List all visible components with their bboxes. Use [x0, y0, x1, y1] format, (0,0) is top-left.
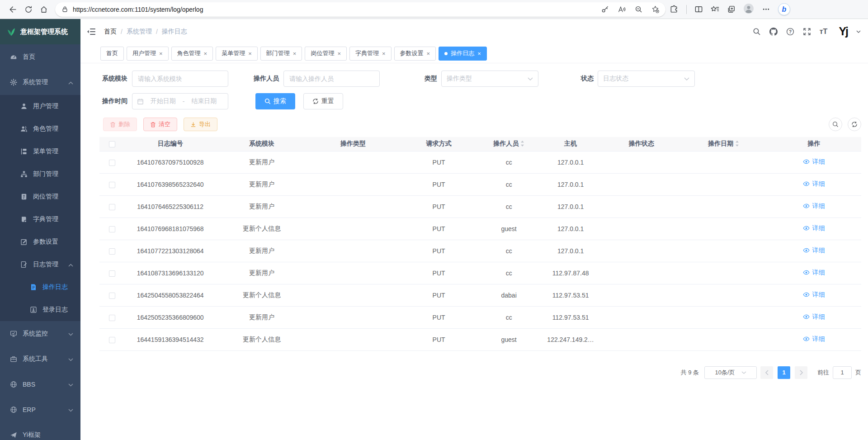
page-size-select[interactable]: 10条/页 [704, 366, 757, 379]
status-select[interactable]: 日志状态 [598, 71, 695, 87]
type-select[interactable]: 操作类型 [441, 71, 538, 87]
sort-icon[interactable] [735, 141, 739, 147]
collections-icon[interactable] [727, 5, 736, 14]
refresh-button[interactable] [21, 2, 36, 17]
tab-dict-mgmt[interactable]: 字典管理× [349, 47, 392, 61]
favorites-icon[interactable] [711, 5, 719, 14]
cell-oper-date [681, 284, 767, 306]
table-refresh-button[interactable] [848, 118, 861, 131]
header-operator[interactable]: 操作人员 [479, 137, 539, 151]
select-all-checkbox[interactable] [109, 141, 115, 147]
sidebar-item-oper-log[interactable]: 操作日志 [0, 276, 80, 298]
zoom-out-icon[interactable] [635, 5, 642, 13]
sidebar-item-home[interactable]: 首页 [0, 44, 80, 70]
detail-link[interactable]: 详细 [803, 180, 825, 188]
clear-button[interactable]: 清空 [143, 118, 177, 131]
tab-param-settings[interactable]: 参数设置× [394, 47, 436, 61]
sidebar-item-dept-mgmt[interactable]: 部门管理 [0, 163, 80, 185]
more-ellipsis-icon[interactable] [762, 5, 770, 14]
detail-link[interactable]: 详细 [803, 224, 825, 232]
sidebar-item-bbs[interactable]: BBS [0, 372, 80, 397]
back-button[interactable] [5, 2, 21, 17]
sidebar-item-system-tools[interactable]: 系统工具 [0, 346, 80, 372]
row-checkbox[interactable] [109, 270, 115, 277]
help-icon[interactable]: ? [786, 28, 794, 36]
sidebar-item-menu-mgmt[interactable]: 菜单管理 [0, 140, 80, 163]
password-key-icon[interactable] [601, 5, 609, 13]
prev-page-button[interactable] [760, 366, 773, 379]
reset-button[interactable]: 重置 [303, 93, 343, 109]
user-logo[interactable]: Yj [839, 25, 848, 38]
home-button[interactable] [36, 2, 52, 17]
url-text[interactable]: https://ccnetcore.com:1101/system/log/op… [73, 6, 601, 13]
sidebar-item-user-mgmt[interactable]: 用户管理 [0, 95, 80, 118]
tab-home[interactable]: 首页 [100, 47, 124, 61]
row-checkbox[interactable] [109, 160, 115, 166]
close-icon[interactable]: × [427, 51, 430, 57]
page-1-button[interactable]: 1 [778, 366, 790, 379]
search-button[interactable]: 搜索 [255, 93, 295, 109]
detail-link[interactable]: 详细 [803, 291, 825, 299]
sidebar-item-login-log[interactable]: 登录日志 [0, 298, 80, 321]
github-icon[interactable] [769, 28, 778, 36]
bing-copilot-icon[interactable]: b [778, 3, 790, 15]
tab-dept-mgmt[interactable]: 部门管理× [260, 47, 302, 61]
breadcrumb-home[interactable]: 首页 [104, 28, 117, 36]
sidebar-item-param-settings[interactable]: 参数设置 [0, 231, 80, 253]
browser-profile-avatar[interactable] [743, 3, 754, 16]
sidebar-item-dict-mgmt[interactable]: 字典管理 [0, 208, 80, 231]
close-icon[interactable]: × [159, 51, 163, 57]
row-checkbox[interactable] [109, 315, 115, 321]
close-icon[interactable]: × [337, 51, 341, 57]
tab-post-mgmt[interactable]: 岗位管理× [305, 47, 347, 61]
address-bar[interactable]: https://ccnetcore.com:1101/system/log/op… [55, 2, 665, 17]
close-icon[interactable]: × [204, 51, 208, 57]
sidebar-item-log-mgmt[interactable]: 日志管理 [0, 253, 80, 276]
row-checkbox[interactable] [109, 226, 115, 232]
split-screen-icon[interactable] [694, 5, 703, 14]
sidebar-toggle[interactable] [84, 25, 99, 38]
fullscreen-icon[interactable] [803, 28, 811, 36]
sidebar-item-role-mgmt[interactable]: 角色管理 [0, 118, 80, 140]
sidebar-item-system-mgmt[interactable]: 系统管理 [0, 70, 80, 95]
detail-link[interactable]: 详细 [803, 335, 825, 343]
tab-role-mgmt[interactable]: 角色管理× [171, 47, 213, 61]
table-search-button[interactable] [829, 118, 842, 131]
dropdown-caret-icon[interactable] [856, 30, 861, 33]
row-checkbox[interactable] [109, 248, 115, 255]
close-icon[interactable]: × [477, 51, 481, 57]
sidebar-item-yi-framework[interactable]: Yi框架 [0, 422, 80, 440]
row-checkbox[interactable] [109, 293, 115, 299]
detail-link[interactable]: 详细 [803, 158, 825, 166]
tab-oper-log[interactable]: 操作日志× [439, 47, 487, 61]
goto-page-input[interactable] [833, 366, 852, 379]
detail-link[interactable]: 详细 [803, 269, 825, 277]
delete-button[interactable]: 删除 [103, 118, 137, 131]
font-size-icon[interactable]: тT [820, 28, 828, 36]
row-checkbox[interactable] [109, 182, 115, 188]
detail-link[interactable]: 详细 [803, 202, 825, 210]
search-icon[interactable] [753, 28, 761, 36]
tab-menu-mgmt[interactable]: 菜单管理× [216, 47, 258, 61]
sidebar-item-system-monitor[interactable]: 系统监控 [0, 321, 80, 346]
close-icon[interactable]: × [293, 51, 297, 57]
close-icon[interactable]: × [382, 51, 386, 57]
detail-link[interactable]: 详细 [803, 246, 825, 255]
extensions-puzzle-icon[interactable] [670, 5, 679, 14]
module-input[interactable] [132, 71, 228, 87]
next-page-button[interactable] [795, 366, 807, 379]
tab-user-mgmt[interactable]: 用户管理× [127, 47, 169, 61]
close-icon[interactable]: × [248, 51, 252, 57]
read-aloud-icon[interactable] [618, 5, 626, 13]
operator-input[interactable] [283, 71, 380, 87]
date-range-input[interactable]: 开始日期 - 结束日期 [132, 93, 228, 109]
sidebar-item-post-mgmt[interactable]: 岗位管理 [0, 185, 80, 208]
row-checkbox[interactable] [109, 204, 115, 210]
export-button[interactable]: 导出 [184, 118, 217, 131]
sort-icon[interactable] [520, 141, 524, 147]
detail-link[interactable]: 详细 [803, 313, 825, 321]
add-favorite-star-icon[interactable] [651, 5, 659, 13]
sidebar-item-erp[interactable]: ERP [0, 397, 80, 422]
row-checkbox[interactable] [109, 337, 115, 343]
header-oper-date[interactable]: 操作日期 [681, 137, 767, 151]
